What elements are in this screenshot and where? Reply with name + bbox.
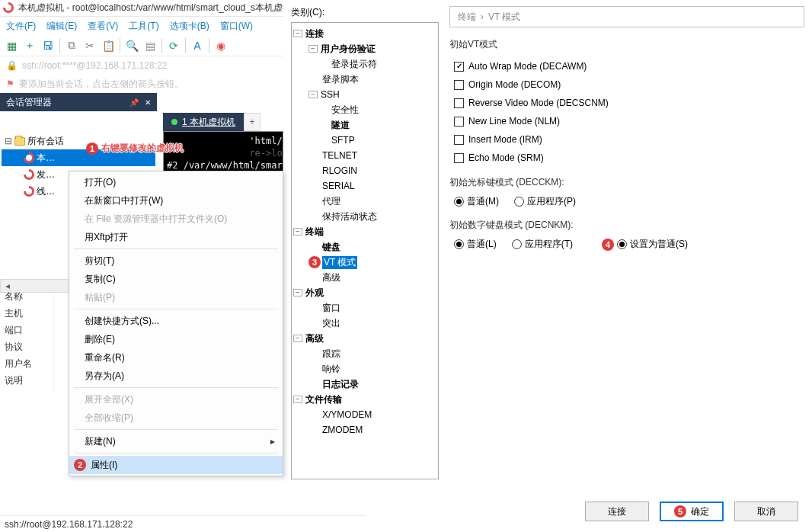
pin-icon[interactable]: 📌 (129, 98, 139, 107)
crumb-terminal[interactable]: 终端 (458, 11, 476, 24)
radio-numpad-normal[interactable]: 普通(L) (454, 238, 497, 251)
chk-row-autowrap[interactable]: Auto Wrap Mode (DECAWM) (454, 57, 804, 75)
ctx-properties[interactable]: 2 属性(I) (69, 456, 283, 474)
node-login-prompt[interactable]: 登录提示符 (330, 58, 379, 71)
ctx-open-xftp[interactable]: 用Xftp打开 (69, 228, 283, 246)
tree-toggle-icon[interactable]: − (293, 335, 302, 342)
node-file-transfer[interactable]: 文件传输 (304, 393, 344, 406)
toolbar-help-icon[interactable]: ◉ (214, 39, 228, 53)
node-terminal[interactable]: 终端 (304, 226, 325, 239)
radio-numpad-set-normal[interactable]: 4 设置为普通(S) (602, 238, 688, 251)
node-keyboard[interactable]: 键盘 (321, 241, 342, 254)
new-session-icon[interactable]: ▦ (5, 39, 18, 53)
node-bell[interactable]: 响铃 (321, 363, 342, 376)
node-sftp[interactable]: SFTP (330, 135, 356, 146)
menu-tools[interactable]: 工具(T) (129, 20, 158, 33)
ctx-save-as[interactable]: 另存为(A) (69, 367, 283, 385)
crumb-vt-mode[interactable]: VT 模式 (488, 11, 520, 24)
toolbar-search-icon[interactable]: 🔍 (125, 39, 139, 53)
ctx-open[interactable]: 打开(O) (69, 173, 283, 191)
chk-row-echo[interactable]: Echo Mode (SRM) (454, 149, 804, 167)
node-serial[interactable]: SERIAL (321, 181, 356, 191)
node-adv2[interactable]: 高级 (304, 332, 325, 345)
node-proxy[interactable]: 代理 (321, 195, 342, 208)
toolbar-add-icon[interactable]: ＋ (23, 39, 37, 53)
node-advanced[interactable]: 高级 (321, 271, 342, 284)
node-appearance[interactable]: 外观 (304, 287, 325, 300)
node-ssh[interactable]: SSH (319, 89, 341, 100)
ctx-expand-all[interactable]: 展开全部(X) (69, 390, 283, 409)
ctx-collapse-all[interactable]: 全部收缩(P) (69, 409, 283, 427)
node-highlight[interactable]: 突出 (321, 317, 342, 330)
checkbox-echo[interactable] (454, 153, 464, 163)
toolbar-font-icon[interactable]: A (190, 39, 204, 53)
ctx-copy[interactable]: 复制(C) (69, 270, 283, 288)
ctx-rename[interactable]: 重命名(R) (69, 348, 283, 367)
ctx-paste[interactable]: 粘贴(P) (69, 288, 283, 306)
radio-numpad-app[interactable]: 应用程序(T) (512, 238, 573, 251)
menu-file[interactable]: 文件(F) (6, 20, 36, 33)
toolbar-refresh-icon[interactable]: ⟳ (167, 39, 181, 53)
checkbox-reverse[interactable] (454, 98, 464, 108)
toolbar-copy-icon[interactable]: ⧉ (65, 39, 78, 53)
menu-view[interactable]: 查看(V) (88, 20, 118, 33)
radio-cursor-normal[interactable]: 普通(M) (454, 195, 499, 208)
cancel-button[interactable]: 取消 (734, 502, 798, 521)
chk-row-reverse[interactable]: Reverse Video Mode (DECSCNM) (454, 94, 804, 112)
ctx-open-new-window[interactable]: 在新窗口中打开(W) (69, 191, 283, 210)
radio-icon[interactable] (512, 239, 522, 249)
node-user-auth[interactable]: 用户身份验证 (319, 43, 377, 56)
node-logging[interactable]: 日志记录 (321, 378, 360, 391)
node-xymodem[interactable]: X/YMODEM (321, 409, 373, 420)
checkbox-origin[interactable] (454, 80, 464, 90)
node-rlogin[interactable]: RLOGIN (321, 165, 359, 176)
toolbar-cut-icon[interactable]: ✂ (83, 39, 97, 53)
ctx-cut[interactable]: 剪切(T) (69, 252, 283, 270)
connect-button[interactable]: 连接 (585, 502, 649, 521)
toolbar-paste-icon[interactable]: 📋 (101, 39, 115, 53)
checkbox-newline[interactable] (454, 117, 464, 127)
toolbar-palette-icon[interactable]: ▤ (143, 39, 157, 53)
ctx-new[interactable]: 新建(N) (69, 432, 283, 450)
tree-toggle-icon[interactable]: − (308, 91, 318, 98)
ok-button[interactable]: 5 确定 (660, 502, 724, 521)
category-tree[interactable]: −连接 −用户身份验证 登录提示符 登录脚本 −SSH 安全性 隧道 SFTP … (291, 22, 439, 479)
menu-edit[interactable]: 编辑(E) (46, 20, 77, 33)
node-keep-alive[interactable]: 保持活动状态 (321, 210, 379, 223)
node-security[interactable]: 安全性 (330, 104, 360, 117)
collapse-icon[interactable]: ⊟ (5, 136, 12, 146)
ctx-create-shortcut[interactable]: 创建快捷方式(S)... (69, 312, 283, 330)
ctx-delete[interactable]: 删除(E) (69, 330, 283, 348)
node-tunnel[interactable]: 隧道 (330, 119, 351, 132)
node-telnet[interactable]: TELNET (321, 150, 359, 161)
panel-close-icon[interactable]: ✕ (145, 98, 151, 107)
tab-session-1[interactable]: 1 本机虚拟机 (163, 113, 244, 131)
radio-icon[interactable] (617, 239, 627, 249)
radio-cursor-app[interactable]: 应用程序(P) (514, 195, 576, 208)
ctx-open-file-explorer[interactable]: 在 File 资源管理器中打开文件夹(O) (69, 210, 283, 228)
node-connection[interactable]: 连接 (304, 27, 325, 40)
checkbox-autowrap[interactable] (454, 62, 464, 72)
radio-icon[interactable] (454, 239, 464, 249)
node-vt-mode[interactable]: VT 模式 (322, 256, 357, 269)
tree-toggle-icon[interactable]: − (293, 30, 302, 37)
chk-row-origin[interactable]: Origin Mode (DECOM) (454, 75, 804, 94)
checkbox-insert[interactable] (454, 135, 464, 145)
tree-toggle-icon[interactable]: − (293, 289, 302, 296)
tab-add-button[interactable]: + (244, 113, 261, 131)
menu-window[interactable]: 窗口(W) (220, 20, 253, 33)
node-zmodem[interactable]: ZMODEM (321, 425, 364, 435)
tree-toggle-icon[interactable]: − (308, 45, 318, 53)
toolbar-save-icon[interactable]: 🖫 (41, 39, 55, 53)
menu-tabs[interactable]: 选项卡(B) (170, 20, 209, 33)
radio-icon[interactable] (454, 197, 464, 207)
chk-row-newline[interactable]: New Line Mode (NLM) (454, 112, 804, 130)
node-trace[interactable]: 跟踪 (321, 348, 342, 361)
radio-icon[interactable] (514, 197, 524, 207)
chk-origin-label: Origin Mode (DECOM) (468, 79, 561, 90)
chk-row-insert[interactable]: Insert Mode (IRM) (454, 130, 804, 149)
tree-toggle-icon[interactable]: − (293, 228, 302, 236)
tree-toggle-icon[interactable]: − (293, 396, 302, 403)
node-login-script[interactable]: 登录脚本 (321, 73, 360, 86)
node-window[interactable]: 窗口 (321, 302, 342, 315)
